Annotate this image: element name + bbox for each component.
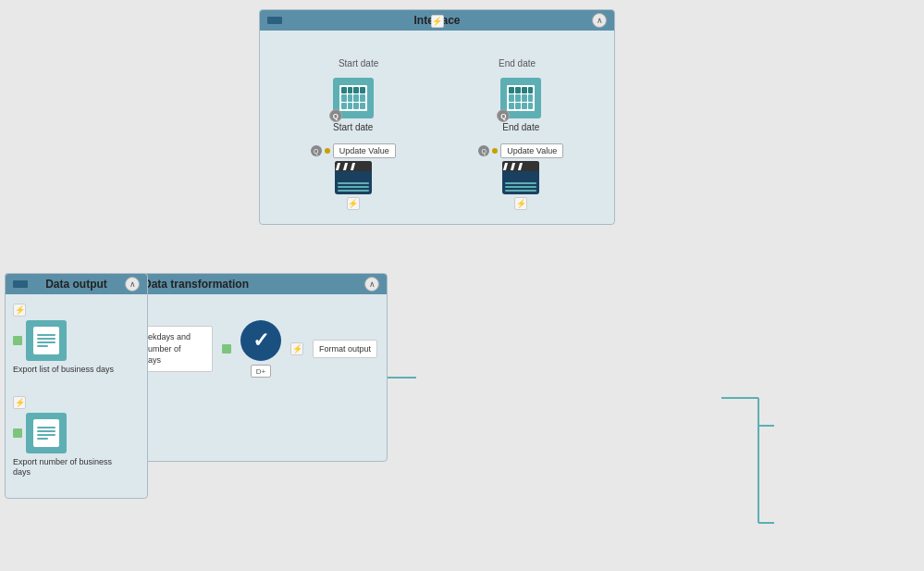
start-date-group: Q Start date bbox=[333, 78, 374, 132]
export-list-port bbox=[13, 336, 22, 345]
checkmark-d-badge: D+ bbox=[251, 365, 271, 378]
start-diamond bbox=[325, 148, 330, 154]
transformation-collapse-btn[interactable]: ∧ bbox=[364, 277, 379, 292]
interface-date-labels-top: Start date End date bbox=[278, 58, 596, 68]
start-update-value-btn[interactable]: Update Value bbox=[333, 143, 396, 158]
end-bolt-icon: ⚡ bbox=[514, 197, 527, 210]
export-list-bolt: ⚡ bbox=[13, 304, 26, 317]
output-title: Data output bbox=[28, 278, 125, 291]
checkmark-group: ✓ D+ bbox=[240, 320, 281, 378]
export-list-label: Export list of business days bbox=[13, 365, 114, 376]
start-clapper-icon[interactable] bbox=[335, 161, 372, 194]
end-q-dot: Q bbox=[478, 145, 489, 156]
end-q-badge: Q bbox=[497, 109, 510, 122]
end-clapper-top bbox=[502, 161, 539, 171]
export-number-row bbox=[13, 413, 67, 453]
start-calendar-icon[interactable]: Q bbox=[333, 78, 374, 118]
end-update-label: Update Value bbox=[507, 146, 557, 155]
export-list-row bbox=[13, 320, 67, 361]
end-calendar-icon[interactable]: Q bbox=[500, 78, 541, 118]
end-update-group: Q Update Value bbox=[478, 143, 563, 210]
start-update-group: Q Update Value bbox=[311, 143, 396, 210]
interface-update-row: Q Update Value bbox=[278, 143, 596, 210]
start-calendar-inner bbox=[339, 85, 367, 111]
interface-collapse-btn[interactable]: ∧ bbox=[592, 13, 607, 28]
export-list-group: ⚡ Exp bbox=[13, 304, 140, 376]
export-number-port bbox=[13, 428, 22, 438]
end-update-row: Q Update Value bbox=[478, 143, 563, 158]
export-number-doc-inner bbox=[33, 419, 59, 447]
export-list-doc-icon[interactable] bbox=[26, 320, 67, 361]
end-calendar-inner bbox=[507, 85, 535, 111]
interface-header-icon bbox=[267, 17, 282, 24]
export-number-bolt: ⚡ bbox=[13, 396, 26, 409]
interface-bolt-top: ⚡ bbox=[431, 15, 444, 28]
export-number-group: ⚡ Exp bbox=[13, 396, 140, 478]
end-date-label-top: End date bbox=[499, 58, 536, 68]
start-q-badge: Q bbox=[329, 109, 342, 122]
format-output-box: Format output bbox=[313, 340, 377, 358]
end-diamond bbox=[492, 148, 498, 154]
checkmark-output: D+ bbox=[251, 365, 271, 378]
output-body: ⚡ Exp bbox=[6, 294, 147, 498]
transform-bolt-bottom: ⚡ bbox=[290, 342, 303, 355]
export-number-doc-icon[interactable] bbox=[26, 413, 67, 453]
end-update-value-btn[interactable]: Update Value bbox=[500, 143, 563, 158]
export-number-label: Export number of business days bbox=[13, 457, 115, 478]
bolt-icon-top: ⚡ bbox=[431, 15, 444, 28]
start-date-label-top: Start date bbox=[339, 58, 378, 68]
canvas: Interface ∧ ⚡ Start date End date bbox=[0, 0, 924, 571]
transform-port-out bbox=[222, 344, 231, 354]
interface-panel: Interface ∧ ⚡ Start date End date bbox=[259, 9, 615, 225]
output-header-icon bbox=[13, 280, 28, 288]
start-clapper-top bbox=[335, 161, 372, 171]
start-clapper-body bbox=[338, 182, 369, 192]
interface-body: Start date End date bbox=[260, 31, 614, 224]
output-collapse-btn[interactable]: ∧ bbox=[125, 277, 140, 292]
checkmark-icon[interactable]: ✓ bbox=[240, 320, 281, 361]
data-output-panel: Data output ∧ ⚡ bbox=[5, 273, 148, 499]
end-date-group: Q End date bbox=[500, 78, 541, 132]
end-clapper-icon[interactable] bbox=[502, 161, 539, 194]
interface-calendars: Q Start date bbox=[278, 78, 596, 132]
output-header: Data output ∧ bbox=[6, 274, 147, 294]
start-q-dot: Q bbox=[311, 145, 322, 156]
start-update-label: Update Value bbox=[339, 146, 389, 155]
start-date-label-bottom: Start date bbox=[333, 122, 373, 132]
format-output-label: Format output bbox=[319, 344, 371, 354]
end-date-label-bottom: End date bbox=[502, 122, 539, 132]
start-bolt-icon: ⚡ bbox=[347, 197, 360, 210]
end-clapper-body bbox=[505, 182, 536, 192]
export-list-doc-inner bbox=[33, 327, 59, 354]
start-update-row: Q Update Value bbox=[311, 143, 396, 158]
